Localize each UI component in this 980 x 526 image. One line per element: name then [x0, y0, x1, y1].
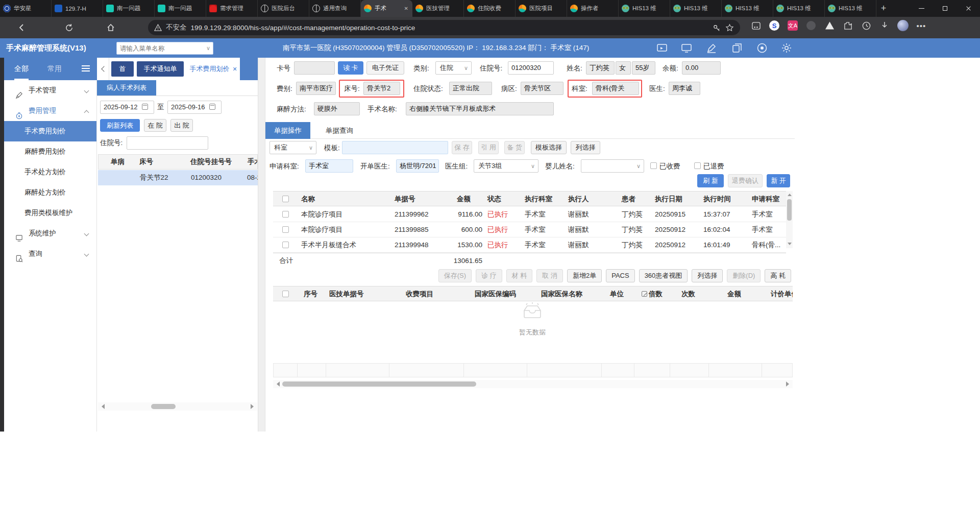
- treatment-button[interactable]: 诊 疗: [476, 269, 502, 282]
- discharged-button[interactable]: 出 院: [170, 119, 193, 132]
- scrollbar-thumb[interactable]: [151, 404, 176, 409]
- split-screen-icon[interactable]: [750, 20, 762, 31]
- tab-document-query[interactable]: 单据查询: [319, 122, 360, 139]
- settings-gear-icon[interactable]: [781, 42, 792, 54]
- card-no-field[interactable]: [294, 61, 335, 75]
- sidebar-tab-favorites[interactable]: 常用: [47, 58, 62, 79]
- close-button[interactable]: [957, 0, 980, 17]
- alert-triangle-icon[interactable]: [824, 20, 835, 31]
- workspace-tab-pricing-active[interactable]: 手术费用划价✕: [188, 58, 239, 80]
- scroll-right-icon[interactable]: [251, 404, 256, 409]
- row-checkbox[interactable]: [282, 242, 289, 248]
- refunded-checkbox[interactable]: [694, 162, 701, 169]
- high-cost-button[interactable]: 高 耗: [765, 269, 791, 282]
- doctor-group-select[interactable]: 关节3组: [474, 159, 538, 173]
- bookmark-star-icon[interactable]: [725, 23, 734, 32]
- template-select-button[interactable]: 模板选择: [531, 141, 567, 154]
- translate-extension-icon[interactable]: 文A: [787, 20, 798, 31]
- pacs-button[interactable]: PACS: [606, 269, 634, 282]
- browser-tab[interactable]: 住院收费: [464, 0, 516, 17]
- cancel-button[interactable]: 取 消: [536, 269, 563, 282]
- order-row[interactable]: 本院诊疗项目 211399962 9116.00 已执行 手术室 谢丽默 丁灼英…: [273, 207, 786, 222]
- date-from-picker[interactable]: 2025-09-12: [100, 101, 154, 114]
- browser-tab[interactable]: HIS13 维: [722, 0, 773, 17]
- patient-360-view-button[interactable]: 360患者视图: [639, 269, 688, 282]
- column-select-button[interactable]: 列选择: [692, 269, 723, 282]
- browser-tab[interactable]: 医技管理: [412, 0, 464, 17]
- browser-eye-icon[interactable]: [756, 42, 768, 54]
- patient-list-hscrollbar[interactable]: [98, 402, 257, 411]
- scroll-left-icon[interactable]: [99, 404, 105, 409]
- save-button[interactable]: 保 存: [452, 141, 472, 154]
- browser-tab[interactable]: HIS13 维: [825, 0, 876, 17]
- tab-document-operate[interactable]: 单据操作: [265, 122, 310, 139]
- browser-tab-active[interactable]: 手术✕: [361, 0, 412, 17]
- read-card-button[interactable]: 读 卡: [338, 61, 363, 75]
- s-extension-icon[interactable]: S: [769, 20, 780, 31]
- browser-tab[interactable]: 操作者: [567, 0, 619, 17]
- browser-tab[interactable]: HIS13 维: [619, 0, 670, 17]
- minimize-button[interactable]: [910, 0, 933, 17]
- browser-tab[interactable]: 医院项目: [516, 0, 567, 17]
- browser-tab[interactable]: 医院后台: [258, 0, 309, 17]
- home-icon[interactable]: [103, 20, 118, 35]
- delete-d-button[interactable]: 删除(D): [727, 269, 761, 282]
- template-input[interactable]: [342, 141, 448, 154]
- detail-hscrollbar[interactable]: [273, 380, 793, 388]
- sidebar-item-system-maintenance[interactable]: 系统维护: [4, 223, 96, 244]
- signature-pen-icon[interactable]: [706, 42, 717, 54]
- row-checkbox[interactable]: [282, 226, 289, 233]
- more-menu-icon[interactable]: •••: [916, 20, 927, 31]
- sidebar-item-fee-management[interactable]: 费用管理: [4, 101, 96, 121]
- tab-close-icon[interactable]: ✕: [403, 6, 409, 11]
- workspace-tab-home[interactable]: 首页: [111, 61, 134, 77]
- select-all-checkbox[interactable]: [282, 291, 289, 297]
- url-text[interactable]: 199.9.129.29:8000/his-ss/app/#/cost-mana…: [191, 24, 709, 32]
- screencast-icon[interactable]: [656, 42, 668, 54]
- profile-avatar[interactable]: [897, 20, 909, 31]
- column-select-button[interactable]: 列选择: [571, 141, 600, 154]
- browser-tab[interactable]: HIS13 维: [670, 0, 722, 17]
- sidebar-item-anesthesia-prescription-pricing[interactable]: 麻醉处方划价: [4, 182, 96, 203]
- history-icon[interactable]: [861, 20, 872, 31]
- browser-tab[interactable]: 华安星: [0, 0, 52, 17]
- charged-checkbox[interactable]: [650, 162, 657, 169]
- sidebar-tab-all[interactable]: 全部: [14, 58, 29, 80]
- admission-no-field[interactable]: 01200320: [508, 61, 554, 75]
- workspace-tab-notice[interactable]: 手术通知单✕: [137, 61, 184, 77]
- monitor-icon[interactable]: [681, 42, 692, 54]
- maximize-button[interactable]: [933, 0, 957, 17]
- scrollbar-thumb[interactable]: [282, 381, 476, 387]
- sidebar-item-surgery-prescription-pricing[interactable]: 手术处方划价: [4, 162, 96, 182]
- menu-search-input[interactable]: [117, 42, 203, 54]
- tab-close-icon[interactable]: ✕: [232, 66, 237, 72]
- select-all-checkbox[interactable]: [282, 196, 289, 202]
- admission-no-input[interactable]: [127, 136, 208, 150]
- browser-tab[interactable]: 南一问题: [155, 0, 206, 17]
- browser-tab[interactable]: 通用查询: [309, 0, 361, 17]
- disabled-extension-icon[interactable]: [805, 20, 817, 31]
- request-dept-field[interactable]: 手术室: [305, 159, 353, 173]
- address-bar[interactable]: 不安全 199.9.129.29:8000/his-ss/app/#/cost-…: [148, 20, 740, 35]
- save-s-button[interactable]: 保存(S): [438, 269, 472, 282]
- documents-icon[interactable]: [731, 42, 743, 54]
- menu-search-combo[interactable]: [116, 42, 213, 55]
- browser-tab[interactable]: HIS13 维: [773, 0, 825, 17]
- browser-tab[interactable]: 南一问题: [103, 0, 155, 17]
- sidebar-item-surgery-management[interactable]: 手术管理: [4, 80, 96, 101]
- new-tab-button[interactable]: +: [876, 2, 891, 16]
- order-row[interactable]: 手术半月板缝合术 211399948 1530.00 已执行 手术室 谢丽默 丁…: [273, 237, 786, 253]
- back-icon[interactable]: [14, 20, 30, 35]
- baby-name-select[interactable]: [581, 159, 644, 173]
- tab-scroll-left-icon[interactable]: [97, 58, 109, 80]
- scroll-left-icon[interactable]: [274, 381, 280, 387]
- order-doctor-field[interactable]: 杨世明/7201: [396, 159, 439, 173]
- new-order2-button[interactable]: 新增2单: [567, 269, 602, 282]
- refresh-list-button[interactable]: 刷新列表: [100, 119, 140, 132]
- extensions-puzzle-icon[interactable]: [842, 20, 853, 31]
- browser-tab[interactable]: 需求管理: [206, 0, 258, 17]
- new-order-button[interactable]: 新 开: [767, 174, 790, 187]
- date-to-picker[interactable]: 2025-09-16: [167, 101, 222, 114]
- password-key-icon[interactable]: [713, 23, 721, 32]
- sidebar-item-query[interactable]: 查询: [4, 244, 96, 264]
